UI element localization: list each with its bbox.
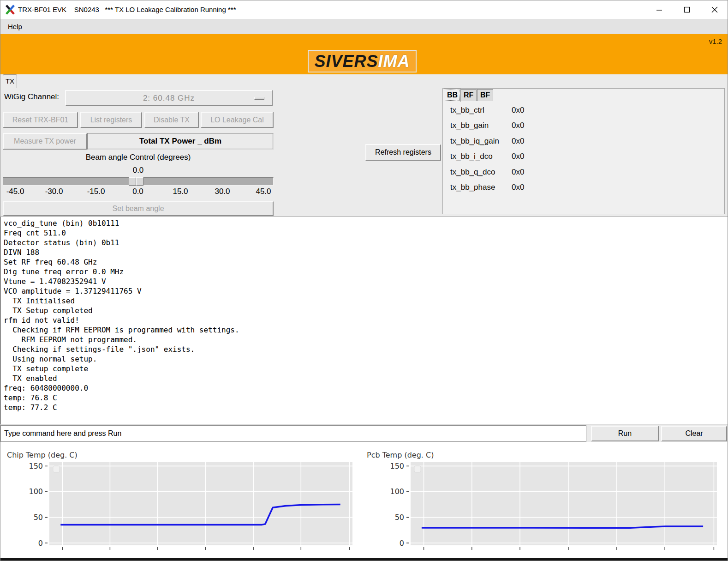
beam-tick-label: 30.0	[202, 187, 243, 196]
console-output[interactable]: vco_dig_tune (bin) 0b10111 Freq cnt 511.…	[0, 217, 728, 424]
register-value: 0x0	[512, 137, 524, 146]
y-tick-label: 0	[38, 539, 43, 548]
register-name: tx_bb_ctrl	[450, 106, 512, 115]
reset-trx-bf01-button[interactable]: Reset TRX-BF01	[3, 112, 78, 128]
wigig-channel-value: 2: 60.48 GHz	[143, 94, 195, 103]
tab-tx[interactable]: TX	[3, 74, 17, 88]
beam-tick-label: 15.0	[160, 187, 201, 196]
console-line: RFM EEPROM not programmed.	[4, 335, 725, 344]
console-line: Checking if settings-file ".json" exists…	[4, 344, 725, 354]
app-logo-icon	[5, 5, 15, 15]
console-line: Vtune = 1.47082352941 V	[4, 277, 725, 286]
run-button[interactable]: Run	[591, 426, 659, 441]
app-window: TRX-BF01 EVK SN0243 *** TX LO Leakage Ca…	[0, 0, 728, 561]
beam-angle-label: Beam angle Control (degrees)	[3, 153, 274, 162]
console-line: temp: 76.8 C	[4, 393, 725, 403]
plot-area	[49, 462, 352, 545]
wigig-channel-label: WiGig Channel:	[4, 92, 59, 102]
chip-temp-chart: 050100150Chip Temp (deg. C)	[0, 445, 365, 558]
register-row-tx-bb-i-dco: tx_bb_i_dco 0x0	[450, 152, 524, 161]
clear-button[interactable]: Clear	[661, 426, 727, 441]
register-name: tx_bb_iq_gain	[450, 137, 512, 146]
console-line: DIVN 188	[4, 247, 725, 257]
console-line: Using normal setup.	[4, 354, 725, 364]
measure-tx-power-button[interactable]: Measure TX power	[3, 133, 87, 150]
register-row-tx-bb-phase: tx_bb_phase 0x0	[450, 183, 524, 192]
register-value: 0x0	[512, 168, 524, 177]
siversima-logo: SIVERSIMA	[308, 50, 417, 72]
beam-tick-label: 0.0	[117, 187, 159, 196]
console-line: TX Initialised	[4, 296, 725, 306]
close-icon	[711, 6, 718, 13]
register-value: 0x0	[512, 183, 524, 192]
register-row-tx-bb-ctrl: tx_bb_ctrl 0x0	[450, 106, 524, 115]
close-button[interactable]	[704, 0, 725, 19]
console-line: Set RF freq 60.48 GHz	[4, 257, 725, 267]
list-registers-button[interactable]: List registers	[80, 112, 142, 128]
register-value: 0x0	[512, 152, 524, 161]
tab-bf[interactable]: BF	[477, 89, 493, 101]
console-line: rfm id not valid!	[4, 315, 725, 325]
disable-tx-button[interactable]: Disable TX	[144, 112, 199, 128]
register-row-tx-bb-iq-gain: tx_bb_iq_gain 0x0	[450, 137, 524, 146]
titlebar: TRX-BF01 EVK SN0243 *** TX LO Leakage Ca…	[0, 0, 728, 19]
brand-banner: v1.2 SIVERSIMA	[0, 34, 728, 74]
register-value: 0x0	[512, 121, 524, 130]
chart-title: Chip Temp (deg. C)	[7, 451, 78, 459]
console-line: TX setup complete	[4, 364, 725, 374]
beam-tick-label: 45.0	[243, 187, 284, 196]
version-label: v1.2	[709, 37, 722, 45]
tab-bb[interactable]: BB	[444, 89, 461, 102]
console-line: Detector status (bin) 0b11	[4, 238, 725, 247]
console-line: vco_dig_tune (bin) 0b10111	[4, 218, 725, 228]
beam-tick-label: -15.0	[75, 187, 117, 196]
lo-leakage-cal-button[interactable]: LO Leakage Cal	[201, 112, 274, 128]
y-tick-label: 50	[395, 513, 404, 522]
set-beam-angle-button[interactable]: Set beam angle	[3, 201, 274, 216]
console-line: VCO amplitude = 1.37129411765 V	[4, 286, 725, 296]
register-name: tx_bb_gain	[450, 121, 512, 130]
register-name: tx_bb_q_dco	[450, 168, 512, 177]
console-line: TX enabled	[4, 374, 725, 383]
dropdown-indicator-icon	[254, 97, 264, 100]
wigig-channel-dropdown[interactable]: 2: 60.48 GHz	[65, 90, 273, 106]
console-line: Freq cnt 511.0	[4, 228, 725, 238]
bottom-clipped-bar	[0, 558, 728, 561]
window-title: TRX-BF01 EVK SN0243 *** TX LO Leakage Ca…	[18, 0, 236, 19]
console-line: Dig tune freq error 0.0 MHz	[4, 267, 725, 277]
logo-text-ima: IMA	[378, 52, 410, 71]
logo-text-sivers: SIVERS	[314, 52, 378, 71]
maximize-icon	[684, 6, 690, 13]
refresh-registers-button[interactable]: Refresh registers	[365, 144, 441, 161]
register-row-tx-bb-gain: tx_bb_gain 0x0	[450, 121, 524, 130]
maximize-button[interactable]	[676, 0, 698, 19]
console-line: Checking if RFM EEPROM is programmed wit…	[4, 325, 725, 335]
y-tick-label: 150	[29, 462, 43, 471]
console-line: temp: 77.2 C	[4, 403, 725, 412]
tx-power-readout: Total TX Power _ dBm	[87, 133, 274, 150]
beam-angle-slider-handle[interactable]	[129, 177, 143, 186]
y-tick-label: 150	[390, 462, 404, 471]
register-name: tx_bb_i_dco	[450, 152, 512, 161]
y-tick-label: 100	[29, 487, 43, 496]
console-line: freq: 60480000000.0	[4, 383, 725, 393]
y-tick-label: 50	[34, 513, 43, 522]
pcb-temp-chart: 050100150Pcb Temp (deg. C)	[360, 445, 728, 558]
minimize-icon	[656, 6, 662, 13]
legend-placeholder	[414, 466, 421, 472]
legend-placeholder	[53, 466, 60, 472]
y-tick-label: 0	[400, 539, 404, 548]
console-line: TX Setup completed	[4, 306, 725, 315]
minimize-button[interactable]	[649, 0, 670, 19]
menubar: Help	[0, 19, 728, 34]
y-tick-label: 100	[390, 487, 404, 496]
beam-angle-value: 0.0	[3, 166, 274, 175]
register-name: tx_bb_phase	[450, 183, 512, 192]
command-input[interactable]: Type command here and press Run	[0, 425, 586, 442]
beam-tick-label: -30.0	[33, 187, 75, 196]
beam-tick-label: -45.0	[0, 187, 36, 196]
plot-area	[411, 462, 717, 545]
menu-help[interactable]: Help	[5, 19, 25, 34]
register-row-tx-bb-q-dco: tx_bb_q_dco 0x0	[450, 168, 524, 177]
tab-rf[interactable]: RF	[460, 89, 477, 101]
